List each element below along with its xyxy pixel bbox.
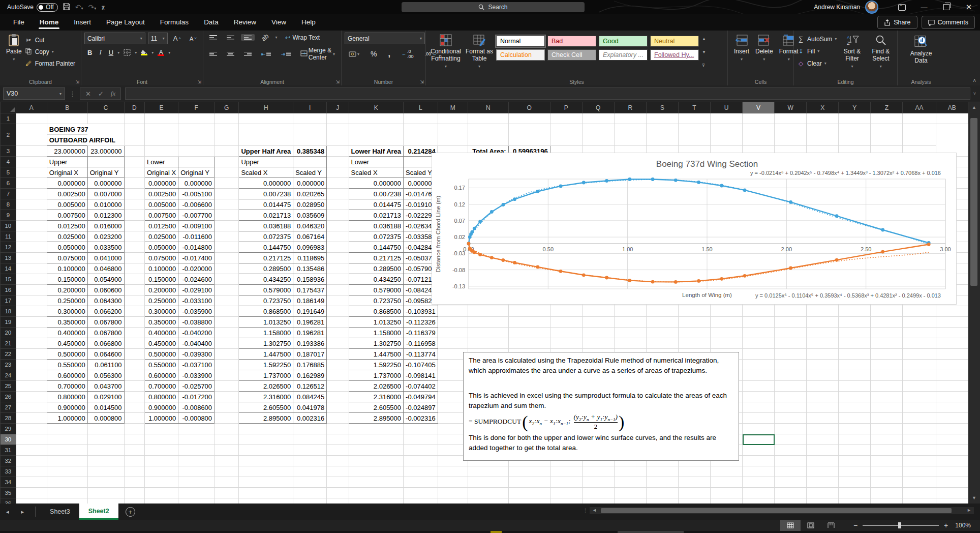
cell-Y20[interactable]	[839, 328, 871, 338]
cell-J27[interactable]	[327, 402, 349, 413]
cell-P18[interactable]	[550, 306, 582, 317]
cell-K29[interactable]	[349, 424, 404, 434]
cell-G30[interactable]	[215, 434, 239, 445]
cell-D29[interactable]	[124, 424, 144, 434]
cell-Z23[interactable]	[871, 360, 903, 370]
cell-X33[interactable]	[807, 466, 839, 477]
cell-P2[interactable]	[508, 124, 550, 146]
cell-G23[interactable]	[215, 360, 239, 370]
cell-H26[interactable]: 2.316000	[239, 392, 293, 402]
cell-F6[interactable]: 0.000000	[178, 178, 215, 189]
column-header-O[interactable]: O	[508, 102, 550, 113]
cell-W26[interactable]	[775, 392, 807, 402]
cell-A15[interactable]	[16, 274, 47, 285]
find-select-button[interactable]: Find & Select▾	[868, 33, 894, 70]
cell-C24[interactable]: 0.056300	[87, 370, 124, 381]
cell-M19[interactable]	[438, 317, 468, 328]
cell-B6[interactable]: 0.000000	[47, 178, 87, 189]
cell-E24[interactable]: 0.600000	[145, 370, 178, 381]
insert-function-icon[interactable]: fx	[111, 90, 115, 98]
cell-C1[interactable]	[87, 113, 124, 124]
cell-F12[interactable]: -0.014800	[178, 242, 215, 253]
cell-L30[interactable]	[404, 434, 438, 445]
cell-H34[interactable]	[239, 477, 293, 488]
cell-G1[interactable]	[215, 113, 239, 124]
column-header-N[interactable]: N	[468, 102, 508, 113]
cell-Z21[interactable]	[871, 338, 903, 349]
cell-J21[interactable]	[327, 338, 349, 349]
column-header-AB[interactable]: AB	[936, 102, 968, 113]
styles-gallery-scroll[interactable]: ▲▼⊽	[699, 33, 707, 70]
cell-V22[interactable]	[743, 349, 775, 360]
cell-AA20[interactable]	[903, 328, 936, 338]
cell-T21[interactable]	[678, 338, 710, 349]
cell-D4[interactable]	[124, 157, 144, 167]
cell-A34[interactable]	[16, 477, 47, 488]
cell-S1[interactable]	[646, 113, 678, 124]
cell-G16[interactable]	[215, 285, 239, 295]
cell-I31[interactable]	[293, 445, 327, 456]
cell-style-normal[interactable]: Normal	[496, 36, 545, 47]
cell-G32[interactable]	[215, 456, 239, 466]
cell-M20[interactable]	[438, 328, 468, 338]
cell-I20[interactable]: 0.196281	[293, 328, 327, 338]
cell-V18[interactable]	[743, 306, 775, 317]
cell-B16[interactable]: 0.200000	[47, 285, 87, 295]
cell-E8[interactable]: 0.005000	[145, 199, 178, 210]
sort-filter-button[interactable]: AZ Sort & Filter▾	[839, 33, 865, 70]
cell-P19[interactable]	[550, 317, 582, 328]
cell-B20[interactable]: 0.400000	[47, 328, 87, 338]
cell-W21[interactable]	[775, 338, 807, 349]
cell-E19[interactable]: 0.350000	[145, 317, 178, 328]
cell-AA19[interactable]	[903, 317, 936, 328]
cell-C4[interactable]	[87, 157, 124, 167]
cell-AA23[interactable]	[903, 360, 936, 370]
cell-I18[interactable]: 0.191649	[293, 306, 327, 317]
cell-G28[interactable]	[215, 413, 239, 424]
cell-B5[interactable]: Original X	[47, 167, 87, 178]
cell-J32[interactable]	[327, 456, 349, 466]
cell-K28[interactable]: 2.895000	[349, 413, 404, 424]
cell-U2[interactable]	[678, 124, 710, 146]
close-icon[interactable]: ✕	[958, 0, 980, 14]
cell-D34[interactable]	[124, 477, 144, 488]
column-header-J[interactable]: J	[327, 102, 349, 113]
cell-K35[interactable]	[349, 488, 404, 498]
cell-F34[interactable]	[178, 477, 215, 488]
cell-G19[interactable]	[215, 317, 239, 328]
cell-F8[interactable]: -0.006600	[178, 199, 215, 210]
cell-X2[interactable]	[775, 124, 807, 146]
cell-A19[interactable]	[16, 317, 47, 328]
cell-X35[interactable]	[807, 488, 839, 498]
cell-T33[interactable]	[678, 466, 710, 477]
cell-L29[interactable]	[404, 424, 438, 434]
cell-X26[interactable]	[807, 392, 839, 402]
cell-L21[interactable]: -0.116958	[404, 338, 438, 349]
cell-F32[interactable]	[178, 456, 215, 466]
cell-X27[interactable]	[807, 402, 839, 413]
cell-H25[interactable]: 2.026500	[239, 381, 293, 392]
cell-D25[interactable]	[124, 381, 144, 392]
row-header-30[interactable]: 30	[1, 434, 16, 445]
cell-H33[interactable]	[239, 466, 293, 477]
cell-K26[interactable]: 2.316000	[349, 392, 404, 402]
ribbon-tab-insert[interactable]: Insert	[67, 15, 98, 30]
cell-I26[interactable]: 0.084245	[293, 392, 327, 402]
increase-decimal-icon[interactable]: ←.0.00	[399, 48, 417, 60]
cell-D5[interactable]	[124, 167, 144, 178]
cell-L25[interactable]: -0.074402	[404, 381, 438, 392]
name-box[interactable]: V30▾	[3, 87, 65, 100]
cell-A6[interactable]	[16, 178, 47, 189]
cell-I9[interactable]: 0.035609	[293, 210, 327, 221]
analyze-data-button[interactable]: Analyze Data	[901, 33, 941, 66]
cell-Y31[interactable]	[839, 445, 871, 456]
cell-P1[interactable]	[550, 113, 582, 124]
cell-G4[interactable]	[215, 157, 239, 167]
cell-K9[interactable]: 0.021713	[349, 210, 404, 221]
scroll-left-icon[interactable]: ◄	[592, 508, 597, 513]
cell-G15[interactable]	[215, 274, 239, 285]
cell-I2[interactable]	[239, 124, 293, 146]
cell-J29[interactable]	[327, 424, 349, 434]
cell-V31[interactable]	[743, 445, 775, 456]
cell-L23[interactable]: -0.107405	[404, 360, 438, 370]
